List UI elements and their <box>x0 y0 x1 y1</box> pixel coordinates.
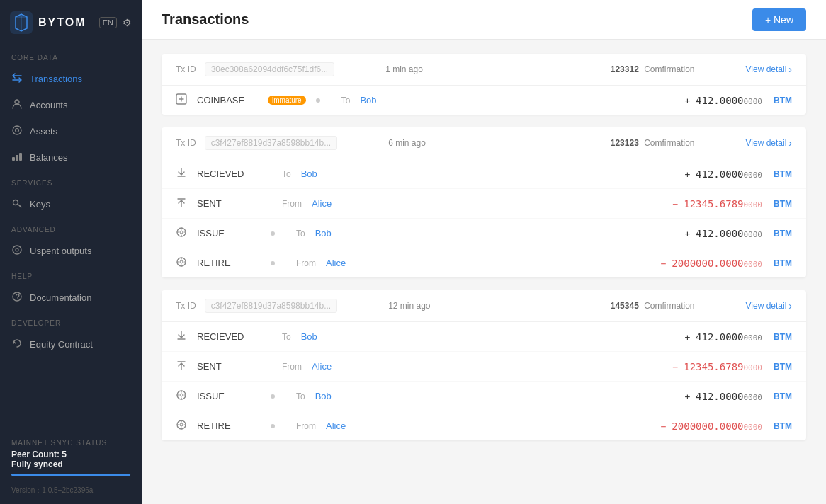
tx-dot-2-2 <box>271 394 275 399</box>
tx-party-1-3[interactable]: Alice <box>326 258 346 268</box>
tx-type-name-2-3: RETIRE <box>197 420 261 431</box>
tx-direction-2-0: To <box>282 332 291 342</box>
tx-confirmation-1: 123123 Comfirmation <box>611 138 695 148</box>
sidebar-logo: BYTOM EN ⚙ <box>0 0 142 45</box>
tx-id-value-0: 30ec308a62094ddf6c75f1df6... <box>205 62 334 76</box>
tx-row-2-1: SENT From Alice − 12345.67890000 BTM <box>162 352 806 382</box>
tx-time-0: 1 min ago <box>385 64 423 74</box>
new-button[interactable]: + New <box>752 8 806 31</box>
section-label-developer: DEVELOPER <box>0 311 142 331</box>
sync-section-label: MAINNET SNYC STATUS <box>11 439 130 447</box>
tx-direction-2-2: To <box>296 391 305 401</box>
sidebar-item-keys[interactable]: Keys <box>0 191 142 217</box>
transactions-icon <box>11 72 23 86</box>
tx-amount-1-1: − 12345.67890000 <box>673 198 762 210</box>
tx-type-name-0-0: COINBASE <box>197 95 261 105</box>
tx-conf-num-2: 145345 <box>611 301 639 311</box>
tx-party-2-1[interactable]: Alice <box>312 361 332 372</box>
tx-currency-0-0: BTM <box>774 96 792 105</box>
keys-label: Keys <box>30 199 50 210</box>
tx-time-2: 12 min ago <box>388 301 430 311</box>
language-badge[interactable]: EN <box>99 17 117 28</box>
tx-dot-0-0 <box>316 98 320 103</box>
tx-currency-2-2: BTM <box>774 391 792 401</box>
tx-party-2-2[interactable]: Bob <box>315 391 332 401</box>
tx-card-2: Tx ID c3f427ef8819d37a8598bb14b... 12 mi… <box>162 290 806 440</box>
tx-card-0: Tx ID 30ec308a62094ddf6c75f1df6... 1 min… <box>162 54 806 115</box>
sidebar-item-accounts[interactable]: Accounts <box>0 92 142 118</box>
view-detail-0[interactable]: View detail › <box>746 64 793 75</box>
sidebar-item-assets[interactable]: Assets <box>0 118 142 144</box>
tx-type-icon-1-0 <box>176 167 190 181</box>
tx-dot-2-3 <box>271 424 275 428</box>
tx-type-name-2-2: ISSUE <box>197 391 261 401</box>
sync-status-label: Fully synced <box>11 459 130 469</box>
sidebar-item-documentation[interactable]: ? Documentation <box>0 285 142 311</box>
tx-type-icon-1-2 <box>176 227 190 240</box>
topbar: Transactions + New <box>142 0 826 40</box>
tx-id-value-2: c3f427ef8819d37a8598bb14b... <box>205 299 338 313</box>
tx-amount-0-0: + 412.00000000 <box>684 95 762 106</box>
tx-header-2: Tx ID c3f427ef8819d37a8598bb14b... 12 mi… <box>162 290 806 322</box>
tx-header-1: Tx ID c3f427ef8819d37a8598bb14b... 6 min… <box>162 127 806 159</box>
view-detail-1[interactable]: View detail › <box>746 137 793 149</box>
tx-direction-1-1: From <box>282 199 302 209</box>
tx-type-name-1-2: ISSUE <box>197 228 261 239</box>
tx-type-icon-1-3 <box>176 256 190 270</box>
tx-party-1-1[interactable]: Alice <box>312 198 332 209</box>
tx-direction-1-0: To <box>282 169 291 179</box>
tx-direction-1-3: From <box>296 258 316 268</box>
tx-row-2-0: RECIEVED To Bob + 412.00000000 BTM <box>162 322 806 352</box>
tx-id-label: Tx ID <box>176 301 196 311</box>
tx-type-name-1-1: SENT <box>197 198 261 209</box>
section-label-core-data: CORE DATA <box>0 45 142 66</box>
sync-status-section: MAINNET SNYC STATUS Peer Count: 5 Fully … <box>0 429 142 480</box>
tx-type-icon-2-3 <box>176 419 190 433</box>
tx-type-name-1-0: RECIEVED <box>197 168 261 179</box>
tx-direction-1-2: To <box>296 229 305 239</box>
svg-point-1 <box>15 100 19 104</box>
sync-progress-track <box>11 474 130 476</box>
sidebar-item-balances[interactable]: Balances <box>0 144 142 171</box>
section-label-advanced: ADVANCED <box>0 217 142 238</box>
settings-icon[interactable]: ⚙ <box>123 17 132 28</box>
tx-party-0-0[interactable]: Bob <box>360 95 376 105</box>
section-label-help: HELP <box>0 264 142 285</box>
peer-count: Peer Count: 5 <box>11 449 130 459</box>
balances-label: Balances <box>30 152 67 163</box>
tx-type-icon-1-1 <box>176 197 190 210</box>
tx-time-1: 6 min ago <box>388 138 426 148</box>
assets-label: Assets <box>30 126 57 137</box>
tx-party-2-0[interactable]: Bob <box>301 331 317 342</box>
tx-type-icon-2-0 <box>176 330 190 343</box>
tx-row-1-3: RETIRE From Alice − 2000000.00000000 BTM <box>162 248 806 277</box>
tx-id-label: Tx ID <box>176 64 196 74</box>
tx-dot-1-3 <box>271 261 275 265</box>
sidebar: BYTOM EN ⚙ CORE DATA Transactions Accoun… <box>0 0 142 504</box>
tx-type-icon-2-2 <box>176 389 190 403</box>
tx-direction-2-1: From <box>282 362 302 372</box>
tx-amount-2-0: + 412.00000000 <box>684 331 762 343</box>
tx-currency-2-1: BTM <box>774 362 792 372</box>
tx-type-icon-0-0 <box>176 93 190 107</box>
tx-party-1-2[interactable]: Bob <box>315 228 332 239</box>
assets-icon <box>11 125 23 138</box>
page-title: Transactions <box>162 11 249 28</box>
balances-icon <box>11 151 23 164</box>
sidebar-item-unspent-outputs[interactable]: Uspent outputs <box>0 238 142 264</box>
tx-currency-1-1: BTM <box>774 199 792 209</box>
unspent-outputs-label: Uspent outputs <box>30 246 91 256</box>
tx-party-1-0[interactable]: Bob <box>301 168 317 179</box>
tx-badge-0-0: immature <box>268 96 306 105</box>
tx-amount-2-1: − 12345.67890000 <box>673 361 762 372</box>
view-detail-2[interactable]: View detail › <box>746 300 793 311</box>
svg-point-9 <box>16 248 18 251</box>
sidebar-item-equity-contract[interactable]: Equity Contract <box>0 331 142 357</box>
sidebar-item-transactions[interactable]: Transactions <box>0 66 142 92</box>
tx-row-1-1: SENT From Alice − 12345.67890000 BTM <box>162 189 806 219</box>
svg-point-3 <box>16 129 19 132</box>
keys-icon <box>11 197 23 211</box>
main-content: Transactions + New Tx ID 30ec308a62094dd… <box>142 0 826 504</box>
tx-confirmation-2: 145345 Comfirmation <box>611 301 695 311</box>
tx-party-2-3[interactable]: Alice <box>326 420 346 431</box>
